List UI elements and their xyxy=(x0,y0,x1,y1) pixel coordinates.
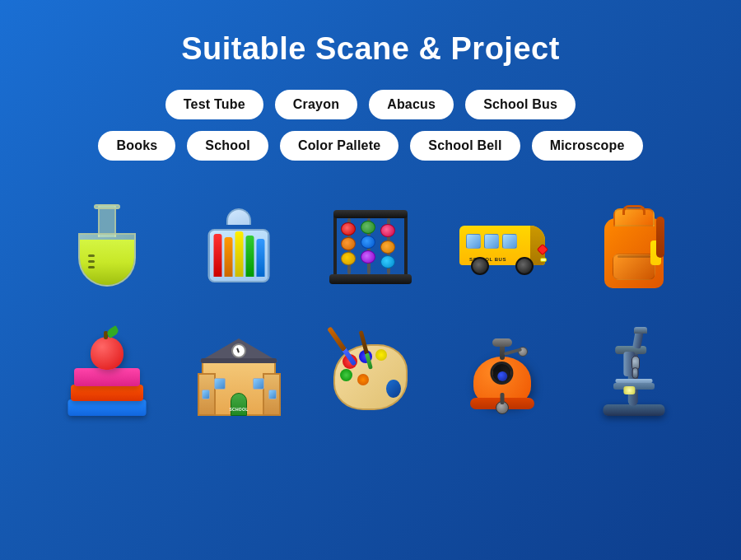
school-bus-icon-cell: SCHOOL BUS xyxy=(436,185,568,305)
test-tube-icon xyxy=(72,204,142,287)
palette-icon xyxy=(328,332,414,414)
school-building-icon-cell: SCHOOL xyxy=(173,313,305,432)
tag-school-bell[interactable]: School Bell xyxy=(410,131,520,161)
abacus-icon-cell xyxy=(305,185,436,305)
tag-school[interactable]: School xyxy=(187,131,268,161)
school-bell-icon xyxy=(459,329,546,416)
backpack-icon-cell xyxy=(568,185,700,305)
tag-microscope[interactable]: Microscope xyxy=(532,131,643,161)
page-title: Suitable Scane & Project xyxy=(181,31,560,67)
tag-abacus[interactable]: Abacus xyxy=(369,90,454,119)
school-building-icon: SCHOOL xyxy=(196,329,282,416)
tag-crayon[interactable]: Crayon xyxy=(275,90,357,119)
tag-row-1: Test Tube Crayon Abacus School Bus xyxy=(165,90,576,119)
abacus-icon xyxy=(329,206,412,284)
icon-row-2: SCHOOL xyxy=(41,313,700,432)
palette-icon-cell xyxy=(305,313,436,432)
backpack-icon xyxy=(597,202,671,288)
microscope-icon xyxy=(593,329,675,416)
icon-row-1: SCHOOL BUS xyxy=(41,185,700,305)
tag-test-tube[interactable]: Test Tube xyxy=(165,90,263,119)
tags-section: Test Tube Crayon Abacus School Bus Books… xyxy=(98,90,642,161)
books-icon xyxy=(62,329,152,416)
tag-school-bus[interactable]: School Bus xyxy=(465,90,576,119)
tag-color-pallete[interactable]: Color Pallete xyxy=(280,131,398,161)
crayon-icon-cell xyxy=(173,185,305,305)
tag-row-2: Books School Color Pallete School Bell M… xyxy=(98,131,642,161)
microscope-icon-cell xyxy=(568,313,700,432)
crayon-icon xyxy=(202,208,276,282)
school-bell-icon-cell xyxy=(436,313,568,432)
test-tube-icon-cell xyxy=(41,185,173,305)
books-icon-cell xyxy=(41,313,173,432)
tag-books[interactable]: Books xyxy=(98,131,175,161)
icons-section: SCHOOL BUS xyxy=(0,185,741,432)
school-bus-icon: SCHOOL BUS xyxy=(453,212,552,278)
